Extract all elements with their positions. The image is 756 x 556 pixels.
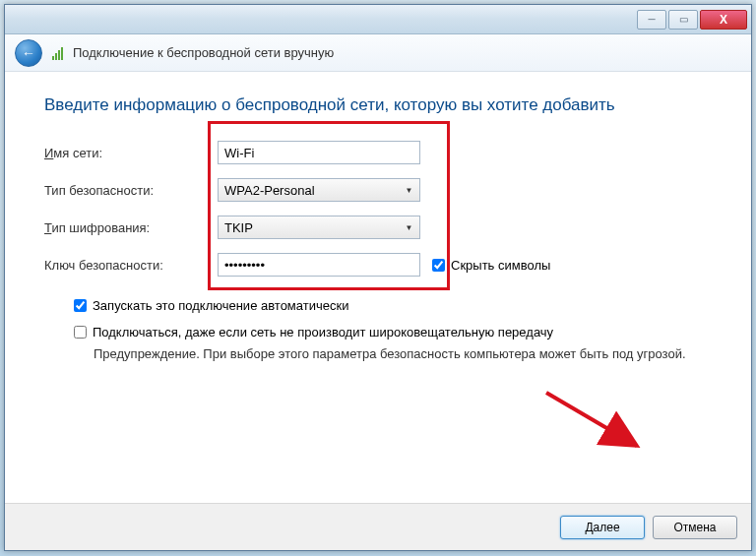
- window-title: Подключение к беспроводной сети вручную: [73, 45, 334, 60]
- row-encryption-type: Тип шифрования: TKIP ▼: [44, 216, 712, 239]
- security-key-input[interactable]: [218, 253, 420, 277]
- connect-hidden-checkbox[interactable]: [74, 326, 87, 339]
- chevron-down-icon: ▼: [401, 181, 417, 199]
- next-button[interactable]: Далее: [560, 516, 645, 539]
- security-type-select[interactable]: WPA2-Personal ▼: [218, 178, 420, 202]
- connect-hidden-row[interactable]: Подключаться, даже если сеть не производ…: [74, 325, 712, 340]
- header-bar: ← Подключение к беспроводной сети вручну…: [5, 34, 751, 72]
- close-button[interactable]: X: [700, 10, 747, 30]
- label-encryption-type: Тип шифрования:: [44, 220, 218, 235]
- annotation-arrow-icon: [538, 385, 657, 463]
- titlebar: ─ ▭ X: [5, 5, 751, 34]
- minimize-button[interactable]: ─: [637, 10, 666, 30]
- label-network-name: Имя сети:: [44, 146, 218, 160]
- wifi-signal-icon: [52, 46, 63, 60]
- auto-connect-label: Запускать это подключение автоматически: [93, 298, 348, 313]
- auto-connect-checkbox[interactable]: [74, 299, 87, 312]
- back-button[interactable]: ←: [15, 39, 42, 67]
- content-area: Введите информацию о беспроводной сети, …: [5, 72, 751, 503]
- label-security-key: Ключ безопасности:: [44, 258, 218, 273]
- hide-chars-row[interactable]: Скрыть символы: [432, 258, 550, 273]
- footer: Далее Отмена: [5, 503, 751, 550]
- security-type-value: WPA2-Personal: [224, 183, 315, 198]
- wizard-window: ─ ▭ X ← Подключение к беспроводной сети …: [4, 4, 752, 551]
- arrow-left-icon: ←: [22, 45, 35, 61]
- network-name-input[interactable]: [218, 141, 420, 164]
- maximize-button[interactable]: ▭: [668, 10, 698, 30]
- page-heading: Введите информацию о беспроводной сети, …: [44, 95, 712, 115]
- hide-chars-checkbox[interactable]: [432, 259, 445, 272]
- encryption-type-select[interactable]: TKIP ▼: [218, 216, 420, 239]
- svg-line-0: [546, 393, 637, 446]
- warning-text: Предупреждение. При выборе этого парамет…: [94, 345, 712, 363]
- hide-chars-label: Скрыть символы: [451, 258, 550, 273]
- row-security-type: Тип безопасности: WPA2-Personal ▼: [44, 178, 712, 202]
- auto-connect-row[interactable]: Запускать это подключение автоматически: [74, 298, 712, 313]
- row-network-name: Имя сети:: [44, 141, 712, 164]
- encryption-type-value: TKIP: [224, 220, 253, 235]
- cancel-button[interactable]: Отмена: [653, 516, 737, 539]
- row-security-key: Ключ безопасности: Скрыть символы: [44, 253, 712, 277]
- connect-hidden-label: Подключаться, даже если сеть не производ…: [93, 325, 553, 340]
- label-security-type: Тип безопасности:: [44, 183, 218, 198]
- chevron-down-icon: ▼: [401, 218, 417, 236]
